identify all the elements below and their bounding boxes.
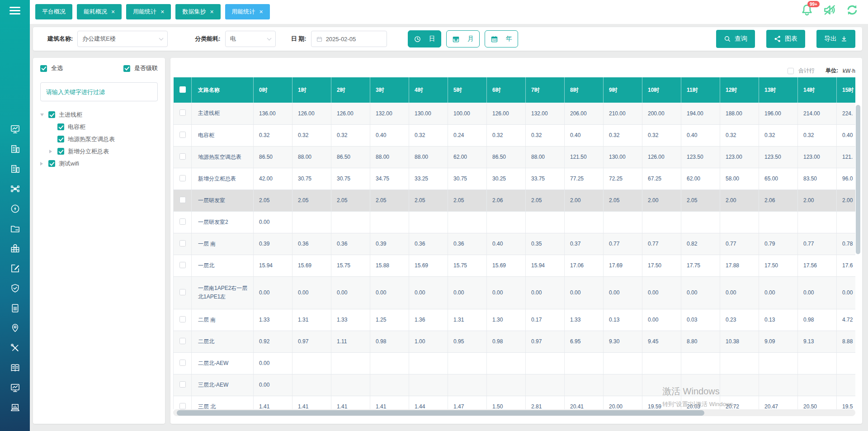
laptop-chart-icon[interactable]: [10, 403, 20, 413]
caret-down-icon[interactable]: [40, 114, 48, 116]
chart-button[interactable]: 图表: [766, 30, 805, 48]
building-select[interactable]: 办公建筑E楼: [77, 31, 168, 47]
menu-toggle-icon[interactable]: [9, 7, 20, 17]
row-checkbox[interactable]: [179, 197, 186, 203]
value-cell-13时: 123.50: [759, 146, 798, 168]
tab-close-icon[interactable]: ×: [160, 9, 164, 15]
table-row-一层研发室2[interactable]: 一层研发室20.00: [174, 211, 856, 233]
table-row-一层 南[interactable]: 一层 南0.390.360.360.390.360.360.400.350.37…: [174, 233, 856, 255]
table-row-二层北-AEW[interactable]: 二层北-AEW0.00: [174, 352, 856, 374]
location-icon[interactable]: [10, 323, 20, 333]
tab-数据集抄-3[interactable]: 数据集抄×: [175, 4, 220, 19]
value-cell-2时: 1.41: [331, 396, 370, 409]
granularity-月-button[interactable]: 月: [446, 30, 480, 47]
query-button[interactable]: 查询: [716, 30, 755, 48]
tab-close-icon[interactable]: ×: [210, 9, 213, 15]
row-checkbox[interactable]: [179, 262, 186, 268]
checkbox-checked-icon[interactable]: [123, 65, 130, 72]
topology-icon[interactable]: [10, 184, 20, 194]
refresh-icon[interactable]: [845, 3, 859, 17]
tree-node-checkbox[interactable]: [57, 123, 64, 130]
tree-node-测试wifi[interactable]: 测试wifi: [40, 157, 165, 170]
table-row-三层 北[interactable]: 三层 北1.411.411.411.411.441.471.502.8120.4…: [174, 396, 856, 409]
building-2-icon[interactable]: [10, 164, 20, 174]
select-all-checkbox[interactable]: 全选: [40, 64, 63, 72]
table-row-一层北[interactable]: 一层北15.9415.6915.7515.8815.6915.7515.6915…: [174, 255, 856, 276]
value-cell-10时: [642, 211, 681, 233]
export-button[interactable]: 导出: [816, 30, 855, 48]
tab-平台概况-0[interactable]: 平台概况: [35, 4, 72, 19]
monitor-icon[interactable]: [10, 383, 20, 393]
cascade-checkbox[interactable]: 是否级联: [123, 64, 158, 72]
value-cell-15时: 19.5: [837, 396, 856, 409]
row-checkbox[interactable]: [179, 109, 186, 116]
tab-用能统计-2[interactable]: 用能统计×: [126, 4, 171, 19]
table-row-二层北[interactable]: 二层北0.920.971.110.981.000.950.980.976.959…: [174, 331, 856, 352]
row-checkbox[interactable]: [179, 240, 186, 246]
shield-icon[interactable]: [10, 283, 20, 294]
tree-node-新增分立柜总表[interactable]: 新增分立柜总表: [40, 145, 165, 157]
tree-node-主进线柜[interactable]: 主进线柜: [40, 109, 165, 121]
row-checkbox[interactable]: [179, 316, 186, 322]
dashboard-icon[interactable]: [10, 124, 20, 134]
select-all-rows-checkbox[interactable]: [179, 86, 186, 93]
row-checkbox[interactable]: [179, 360, 186, 366]
row-checkbox[interactable]: [179, 175, 186, 181]
row-checkbox[interactable]: [179, 132, 186, 138]
checkbox-checked-icon[interactable]: [40, 65, 47, 72]
document-icon[interactable]: [10, 303, 20, 313]
horizontal-scrollbar: [173, 409, 855, 416]
value-cell-5时: 0.95: [448, 331, 487, 352]
table-row-二层 南[interactable]: 二层 南1.331.311.331.251.361.311.300.171.33…: [174, 309, 856, 331]
tools-icon[interactable]: [10, 343, 20, 353]
granularity-年-button[interactable]: YEAR年: [485, 30, 518, 47]
table-row-一层南1APE2右一层北1APE1左[interactable]: 一层南1APE2右一层北1APE1左0.000.000.000.000.000.…: [174, 276, 856, 309]
horizontal-scrollbar-thumb[interactable]: [177, 410, 704, 416]
total-row-checkbox[interactable]: [788, 68, 794, 74]
row-checkbox[interactable]: [179, 338, 186, 344]
caret-right-icon[interactable]: [40, 162, 48, 166]
tree-filter-input[interactable]: [40, 82, 158, 101]
row-checkbox[interactable]: [179, 289, 186, 295]
caret-right-icon[interactable]: [49, 150, 57, 153]
tab-close-icon[interactable]: ×: [111, 9, 115, 15]
table-row-新增分立柜总表[interactable]: 新增分立柜总表42.0030.7530.7534.7533.2530.7530.…: [174, 168, 856, 189]
tree-node-地源热泵空调总表[interactable]: 地源热泵空调总表: [40, 133, 165, 145]
value-cell-14时: 0.98: [798, 309, 837, 331]
tab-close-icon[interactable]: ×: [259, 9, 263, 15]
download-icon: [840, 35, 848, 43]
table-row-电容柜[interactable]: 电容柜0.320.320.320.400.320.240.320.320.400…: [174, 124, 856, 146]
table-row-主进线柜[interactable]: 主进线柜136.00126.00126.00132.00130.00100.00…: [174, 103, 856, 124]
map-icon[interactable]: [10, 243, 20, 254]
book-icon[interactable]: [10, 363, 20, 373]
row-checkbox[interactable]: [179, 403, 186, 409]
tree-node-checkbox[interactable]: [48, 160, 55, 167]
energy-icon[interactable]: [10, 204, 20, 214]
category-select[interactable]: 电: [225, 31, 276, 47]
vertical-scrollbar-thumb[interactable]: [856, 105, 860, 254]
speaker-muted-icon[interactable]: [823, 3, 836, 17]
share-icon: [774, 35, 781, 43]
table-row-三层北-AEW[interactable]: 三层北-AEW0.00: [174, 374, 856, 396]
date-input[interactable]: 2025-02-05: [311, 31, 387, 47]
row-checkbox[interactable]: [179, 381, 186, 388]
svg-text:YEAR: YEAR: [492, 39, 497, 41]
row-checkbox[interactable]: [179, 218, 186, 225]
tree-node-checkbox[interactable]: [48, 111, 55, 118]
folder-icon[interactable]: [10, 223, 20, 234]
tab-能耗概况-1[interactable]: 能耗概况×: [77, 4, 122, 19]
table-row-地源热泵空调总表[interactable]: 地源热泵空调总表86.5088.0086.5088.0088.0062.0086…: [174, 146, 856, 168]
granularity-日-button[interactable]: 日: [408, 30, 441, 47]
tree-node-checkbox[interactable]: [57, 136, 64, 142]
tree-node-电容柜[interactable]: 电容柜: [40, 121, 165, 133]
table-row-一层研发室[interactable]: 一层研发室2.052.052.052.052.052.052.062.052.0…: [174, 189, 856, 211]
value-cell-14时: 214.00: [798, 103, 837, 124]
building-icon[interactable]: [10, 144, 20, 154]
value-cell-6时: 2.06: [487, 189, 526, 211]
notification-bell-icon[interactable]: 99+: [800, 3, 814, 17]
edit-icon[interactable]: [10, 263, 20, 274]
value-cell-11时: 0.40: [681, 124, 720, 146]
row-checkbox[interactable]: [179, 153, 186, 160]
tab-用能统计-4[interactable]: 用能统计×: [225, 4, 270, 19]
tree-node-checkbox[interactable]: [57, 148, 64, 155]
